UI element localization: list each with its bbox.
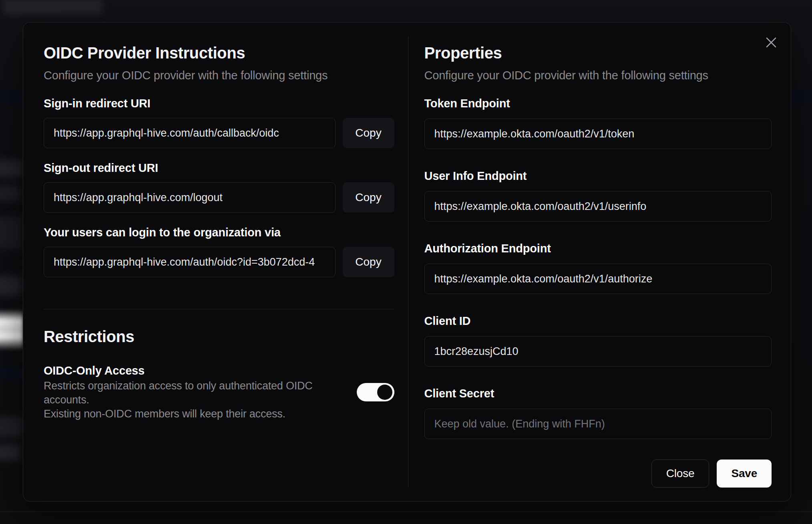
sign-in-redirect-label: Sign-in redirect URI	[44, 96, 394, 111]
save-button[interactable]: Save	[717, 460, 772, 488]
properties-title: Properties	[424, 43, 772, 62]
sign-in-redirect-field: Sign-in redirect URI Copy	[44, 96, 394, 161]
instructions-subtitle: Configure your OIDC provider with the fo…	[44, 68, 394, 83]
restrictions-divider	[44, 309, 394, 309]
background-blur-artifact	[0, 276, 22, 296]
client-id-field: Client ID	[424, 314, 772, 373]
client-secret-input[interactable]	[424, 409, 772, 439]
background-blur-artifact	[0, 444, 21, 461]
background-blur-artifact	[0, 159, 23, 178]
close-icon	[764, 35, 778, 50]
oidc-only-access-label: OIDC-Only Access	[44, 363, 345, 378]
copy-sign-in-redirect-button[interactable]: Copy	[343, 118, 394, 148]
close-button[interactable]: Close	[651, 460, 709, 488]
client-id-label: Client ID	[424, 314, 772, 328]
client-id-input[interactable]	[424, 336, 772, 367]
instructions-column: OIDC Provider Instructions Configure you…	[23, 22, 408, 501]
authorization-endpoint-input[interactable]	[424, 264, 772, 294]
restrictions-title: Restrictions	[44, 327, 394, 346]
background-blur-artifact	[0, 185, 21, 201]
close-dialog-button[interactable]	[762, 33, 781, 52]
sign-out-redirect-uri-input[interactable]	[44, 182, 336, 213]
oidc-only-access-text: OIDC-Only Access Restricts organization …	[44, 363, 345, 421]
client-secret-label: Client Secret	[424, 386, 772, 401]
authorization-endpoint-label: Authorization Endpoint	[424, 241, 772, 256]
oidc-only-access-toggle[interactable]	[357, 383, 394, 401]
copy-login-url-button[interactable]: Copy	[343, 247, 394, 277]
toggle-thumb	[377, 385, 392, 400]
oidc-only-access-description: Restricts organization access to only au…	[44, 379, 345, 421]
background-divider-line	[0, 511, 812, 512]
dialog-actions: Close Save	[424, 460, 772, 488]
sign-in-redirect-uri-input[interactable]	[44, 118, 336, 148]
sign-out-redirect-label: Sign-out redirect URI	[44, 161, 394, 175]
user-info-endpoint-input[interactable]	[424, 191, 772, 222]
instructions-title: OIDC Provider Instructions	[44, 43, 394, 62]
token-endpoint-label: Token Endpoint	[424, 96, 772, 111]
oidc-settings-dialog: OIDC Provider Instructions Configure you…	[23, 22, 791, 502]
properties-column: Properties Configure your OIDC provider …	[408, 22, 791, 501]
login-url-label: Your users can login to the organization…	[44, 225, 394, 240]
token-endpoint-input[interactable]	[424, 119, 772, 149]
copy-sign-out-redirect-button[interactable]: Copy	[343, 182, 394, 213]
authorization-endpoint-field: Authorization Endpoint	[424, 241, 772, 300]
properties-subtitle: Configure your OIDC provider with the fo…	[424, 68, 772, 83]
background-blur-artifact	[0, 216, 23, 249]
user-info-endpoint-field: User Info Endpoint	[424, 169, 772, 228]
background-blur-artifact	[2, 0, 103, 14]
background-white-button-artifact	[0, 309, 23, 350]
sign-out-redirect-field: Sign-out redirect URI Copy	[44, 161, 394, 225]
login-url-field: Your users can login to the organization…	[44, 225, 394, 290]
user-info-endpoint-label: User Info Endpoint	[424, 169, 772, 183]
oidc-only-access-row: OIDC-Only Access Restricts organization …	[44, 363, 394, 421]
background-blur-artifact	[0, 417, 23, 437]
column-divider	[408, 36, 408, 488]
client-secret-field: Client Secret	[424, 386, 772, 445]
organization-login-url-input[interactable]	[44, 247, 336, 277]
token-endpoint-field: Token Endpoint	[424, 96, 772, 155]
